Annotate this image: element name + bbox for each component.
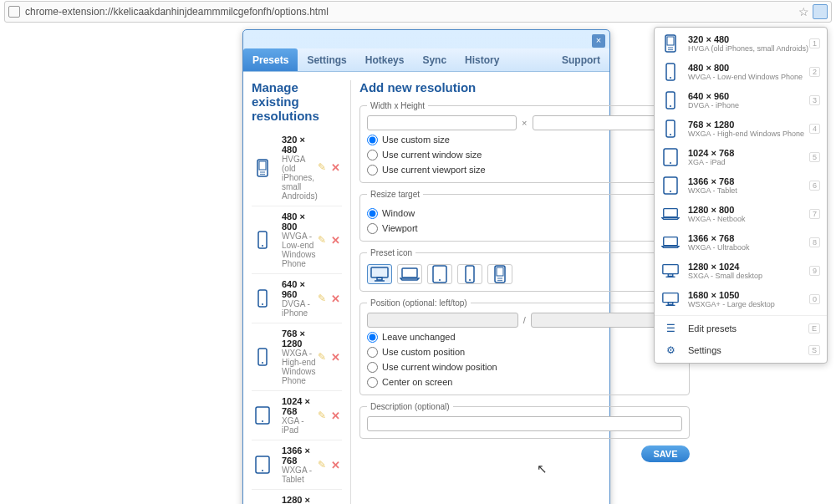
page-icon xyxy=(8,6,20,18)
address-bar: ☆ xyxy=(4,1,832,23)
extension-button[interactable] xyxy=(813,4,828,19)
bookmark-star-icon[interactable]: ☆ xyxy=(798,5,809,18)
url-input[interactable] xyxy=(25,6,798,18)
